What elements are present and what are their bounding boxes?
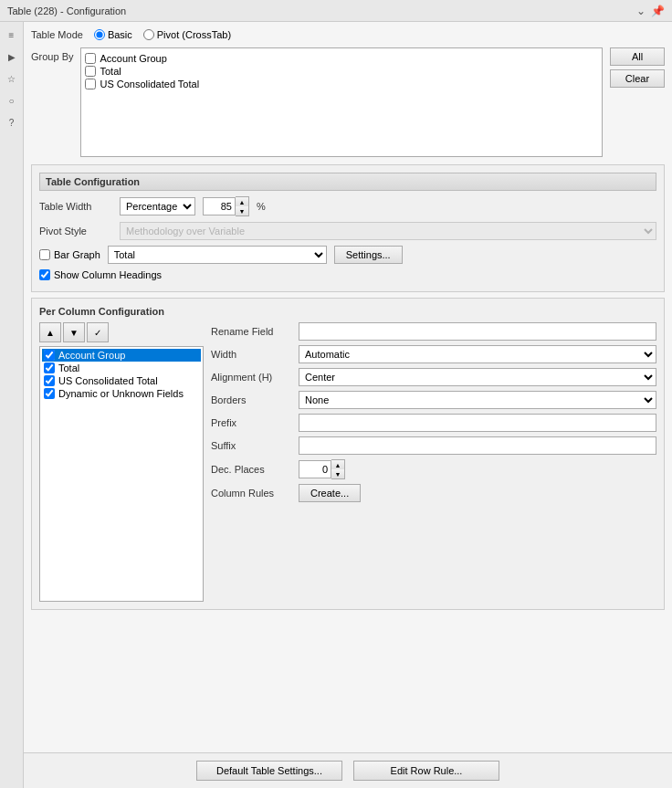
column-item-total[interactable]: Total xyxy=(42,362,201,374)
sidebar-icon-3[interactable]: ☆ xyxy=(3,69,21,88)
col-dynamic-check[interactable] xyxy=(44,388,55,399)
prefix-field-row: Prefix xyxy=(211,414,656,432)
per-column-left: ▲ ▼ ✓ Account Group Total xyxy=(39,322,204,602)
group-by-us-consolidated[interactable]: US Consolidated Total xyxy=(85,78,598,90)
table-mode-row: Table Mode Basic Pivot (CrossTab) xyxy=(31,29,665,40)
sidebar-icon-2[interactable]: ▶ xyxy=(3,47,21,66)
group-by-total-label: Total xyxy=(100,66,121,77)
group-by-total-check[interactable] xyxy=(85,66,96,77)
column-item-us-consolidated[interactable]: US Consolidated Total xyxy=(42,374,201,387)
table-mode-radio-group: Basic Pivot (CrossTab) xyxy=(94,29,231,40)
table-width-value[interactable] xyxy=(203,197,236,215)
column-rules-label: Column Rules xyxy=(211,488,293,499)
borders-field-row: Borders None All Outer xyxy=(211,391,656,409)
pivot-radio[interactable] xyxy=(143,29,154,40)
basic-radio-item[interactable]: Basic xyxy=(94,29,132,40)
col-total-label: Total xyxy=(58,362,79,373)
rename-field-label: Rename Field xyxy=(211,326,293,337)
bar-graph-label: Bar Graph xyxy=(54,249,100,260)
default-table-settings-btn[interactable]: Default Table Settings... xyxy=(196,761,342,781)
bar-graph-checkbox[interactable] xyxy=(39,249,50,260)
per-column-right: Rename Field Width Automatic Fixed Align… xyxy=(211,322,656,602)
chevron-down-icon[interactable]: ⌄ xyxy=(636,5,646,17)
move-up-btn[interactable]: ▲ xyxy=(39,322,61,342)
alignment-field-row: Alignment (H) Center Left Right xyxy=(211,368,656,386)
pivot-style-label: Pivot Style xyxy=(39,226,112,236)
pivot-style-row: Pivot Style Methodology over Variable xyxy=(39,222,656,240)
group-by-buttons: All Clear xyxy=(610,47,665,88)
group-by-us-consolidated-label: US Consolidated Total xyxy=(100,79,199,89)
rename-field-input[interactable] xyxy=(299,322,656,341)
table-mode-label: Table Mode xyxy=(31,29,83,40)
per-column-section: Per Column Configuration ▲ ▼ ✓ Account G… xyxy=(31,298,665,610)
show-headings-label-container[interactable]: Show Column Headings xyxy=(39,269,162,280)
column-rules-create-btn[interactable]: Create... xyxy=(299,484,361,502)
window-title: Table (228) - Configuration xyxy=(7,5,126,16)
table-width-spinner: ▲ ▼ xyxy=(203,196,249,216)
col-account-group-label: Account Group xyxy=(58,350,125,361)
move-down-btn[interactable]: ▼ xyxy=(63,322,85,342)
edit-row-rule-btn[interactable]: Edit Row Rule... xyxy=(353,761,499,781)
alignment-field-label: Alignment (H) xyxy=(211,372,293,383)
column-item-account-group[interactable]: Account Group xyxy=(42,349,201,362)
prefix-field-input[interactable] xyxy=(299,414,656,432)
bottom-buttons: Default Table Settings... Edit Row Rule.… xyxy=(24,752,672,788)
pivot-radio-item[interactable]: Pivot (CrossTab) xyxy=(143,29,231,40)
col-account-group-check[interactable] xyxy=(44,350,55,361)
spinner-up-btn[interactable]: ▲ xyxy=(236,197,248,206)
spinner-buttons: ▲ ▼ xyxy=(236,196,249,216)
col-dynamic-label: Dynamic or Unknown Fields xyxy=(58,388,184,399)
sidebar-icon-4[interactable]: ○ xyxy=(3,91,21,110)
per-column-body: ▲ ▼ ✓ Account Group Total xyxy=(39,322,656,602)
bar-graph-row: Bar Graph Total Settings... xyxy=(39,246,656,264)
bar-graph-select[interactable]: Total xyxy=(108,246,327,264)
borders-field-label: Borders xyxy=(211,394,293,405)
suffix-field-input[interactable] xyxy=(299,436,656,455)
spinner-down-btn[interactable]: ▼ xyxy=(236,206,248,215)
sidebar-icon-5[interactable]: ? xyxy=(3,113,21,131)
dec-places-field-row: Dec. Places ▲ ▼ xyxy=(211,459,656,479)
rename-field-row: Rename Field xyxy=(211,322,656,341)
bar-graph-label-container[interactable]: Bar Graph xyxy=(39,249,100,260)
width-field-label: Width xyxy=(211,349,293,360)
show-headings-checkbox[interactable] xyxy=(39,269,50,280)
pivot-radio-label: Pivot (CrossTab) xyxy=(157,29,231,40)
suffix-field-label: Suffix xyxy=(211,440,293,451)
col-total-check[interactable] xyxy=(44,362,55,373)
apply-btn[interactable]: ✓ xyxy=(87,322,109,342)
group-by-us-consolidated-check[interactable] xyxy=(85,79,96,89)
dec-places-spinner-buttons: ▲ ▼ xyxy=(331,459,345,479)
per-column-toolbar: ▲ ▼ ✓ xyxy=(39,322,204,342)
bar-graph-settings-btn[interactable]: Settings... xyxy=(334,246,403,264)
content-area: Table Mode Basic Pivot (CrossTab) Group … xyxy=(24,22,672,788)
basic-radio[interactable] xyxy=(94,29,105,40)
pin-icon[interactable]: 📌 xyxy=(651,5,665,17)
dec-places-up-btn[interactable]: ▲ xyxy=(331,460,344,469)
group-by-account-group-label: Account Group xyxy=(100,53,166,64)
col-us-consolidated-label: US Consolidated Total xyxy=(58,375,158,386)
group-by-account-group-check[interactable] xyxy=(85,53,96,64)
group-by-account-group[interactable]: Account Group xyxy=(85,52,598,65)
table-width-unit: % xyxy=(257,201,266,212)
all-button[interactable]: All xyxy=(610,47,665,66)
clear-button[interactable]: Clear xyxy=(610,69,665,88)
group-by-total[interactable]: Total xyxy=(85,65,598,78)
width-field-select[interactable]: Automatic Fixed xyxy=(299,345,656,363)
alignment-field-select[interactable]: Center Left Right xyxy=(299,368,656,386)
dec-places-field-label: Dec. Places xyxy=(211,464,293,475)
table-width-label: Table Width xyxy=(39,201,112,212)
dec-places-input[interactable] xyxy=(299,460,331,478)
sidebar-icon-1[interactable]: ≡ xyxy=(3,26,21,44)
column-item-dynamic-fields[interactable]: Dynamic or Unknown Fields xyxy=(42,387,201,400)
column-list: Account Group Total US Consolidated Tota… xyxy=(39,346,204,602)
per-column-header: Per Column Configuration xyxy=(39,306,656,317)
width-field-row: Width Automatic Fixed xyxy=(211,345,656,363)
left-sidebar: ≡ ▶ ☆ ○ ? xyxy=(0,22,24,788)
dec-places-down-btn[interactable]: ▼ xyxy=(331,469,344,478)
borders-field-select[interactable]: None All Outer xyxy=(299,391,656,409)
prefix-field-label: Prefix xyxy=(211,417,293,428)
basic-radio-label: Basic xyxy=(108,29,132,40)
table-width-select[interactable]: Percentage Fixed Auto xyxy=(120,197,195,215)
col-us-consolidated-check[interactable] xyxy=(44,375,55,386)
show-headings-row: Show Column Headings xyxy=(39,269,656,280)
